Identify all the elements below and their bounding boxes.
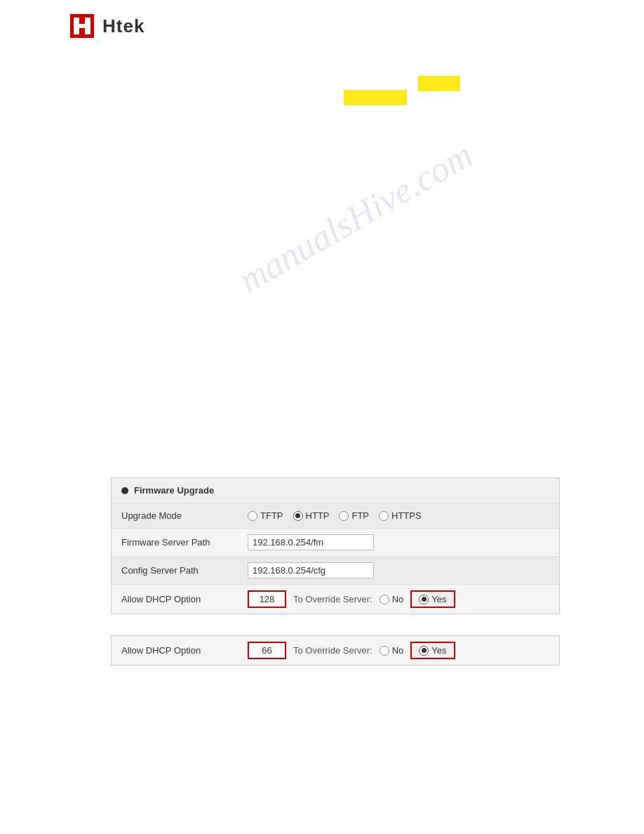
radio-label-no-standalone: No: [392, 645, 404, 656]
radio-label-https: HTTPS: [391, 510, 422, 521]
watermark-text: manualsHive.com: [232, 133, 479, 300]
radio-ftp[interactable]: FTP: [339, 510, 369, 521]
radio-circle-yes-firmware: [419, 595, 429, 604]
radio-circle-https: [379, 511, 389, 521]
standalone-dhcp-label: Allow DHCP Option: [121, 645, 248, 656]
section-header: Firmware Upgrade: [112, 478, 559, 503]
logo-text: Htek: [102, 15, 145, 37]
config-server-path-input[interactable]: [248, 562, 374, 578]
upgrade-mode-radio-group: TFTP HTTP FTP HTTPS: [248, 510, 422, 521]
radio-label-tftp: TFTP: [260, 510, 283, 521]
highlight-yellow-2: [418, 76, 460, 91]
firmware-server-path-value: [248, 534, 549, 550]
upgrade-mode-label: Upgrade Mode: [121, 510, 248, 521]
upgrade-mode-row: Upgrade Mode TFTP HTTP FTP: [112, 503, 559, 529]
section-title: Firmware Upgrade: [134, 485, 214, 496]
radio-circle-no-standalone: [380, 646, 389, 656]
firmware-server-path-input[interactable]: [248, 534, 374, 550]
firmware-server-path-label: Firmware Server Path: [121, 537, 248, 548]
standalone-dhcp-input[interactable]: [248, 642, 286, 659]
radio-http[interactable]: HTTP: [293, 510, 330, 521]
yes-label-standalone: Yes: [431, 645, 446, 656]
radio-label-no-firmware: No: [392, 594, 404, 604]
allow-dhcp-value: To Override Server: No Yes: [248, 590, 549, 608]
override-server-label: To Override Server:: [293, 594, 373, 604]
yes-label-firmware: Yes: [431, 594, 446, 604]
standalone-dhcp-value: To Override Server: No Yes: [248, 642, 549, 659]
section-bullet: [121, 487, 128, 494]
config-server-path-label: Config Server Path: [121, 565, 248, 576]
radio-https[interactable]: HTTPS: [379, 510, 422, 521]
standalone-override-label: To Override Server:: [293, 645, 373, 656]
radio-label-http: HTTP: [306, 510, 330, 521]
svg-rect-3: [85, 18, 90, 34]
yes-button-standalone[interactable]: Yes: [410, 642, 455, 659]
main-content: Firmware Upgrade Upgrade Mode TFTP HTTP: [111, 477, 560, 666]
yes-button-firmware[interactable]: Yes: [410, 590, 455, 608]
radio-label-ftp: FTP: [351, 510, 369, 521]
standalone-dhcp-row: Allow DHCP Option To Override Server: No…: [111, 635, 560, 666]
radio-tftp[interactable]: TFTP: [248, 510, 283, 521]
firmware-upgrade-section: Firmware Upgrade Upgrade Mode TFTP HTTP: [111, 477, 560, 614]
radio-circle-tftp: [248, 511, 257, 521]
htek-logo-icon: [70, 14, 100, 38]
radio-no-standalone[interactable]: No: [380, 645, 404, 656]
logo: Htek: [70, 14, 145, 38]
radio-circle-no-firmware: [380, 595, 389, 604]
upgrade-mode-value: TFTP HTTP FTP HTTPS: [248, 510, 549, 521]
dhcp-option-input[interactable]: [248, 590, 286, 608]
radio-no-firmware[interactable]: No: [380, 594, 404, 604]
allow-dhcp-row: Allow DHCP Option To Override Server: No…: [112, 585, 559, 614]
radio-circle-http: [293, 511, 303, 521]
config-server-path-row: Config Server Path: [112, 557, 559, 585]
firmware-server-path-row: Firmware Server Path: [112, 529, 559, 557]
allow-dhcp-label: Allow DHCP Option: [121, 594, 248, 604]
radio-circle-yes-standalone: [419, 646, 429, 656]
highlight-yellow-1: [344, 90, 407, 105]
config-server-path-value: [248, 562, 549, 578]
radio-circle-ftp: [339, 511, 349, 521]
